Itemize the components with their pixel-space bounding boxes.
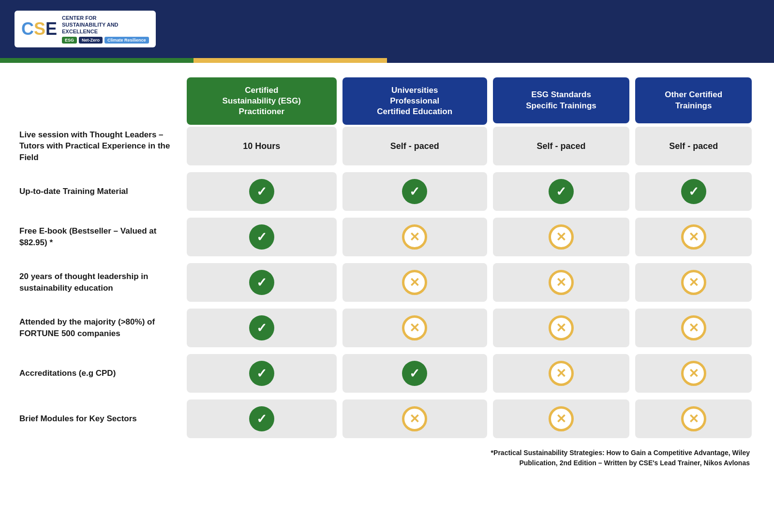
x-icon: ✕ (402, 224, 427, 250)
data-cell: ✓ (490, 170, 633, 213)
data-cell: ✓ (184, 261, 340, 304)
data-cell: ✓ (184, 170, 340, 213)
data-cell: ✓ (184, 216, 340, 258)
cell-inner: ✓ (342, 354, 487, 393)
x-icon: ✕ (549, 406, 574, 431)
badge-esg: ESG (62, 37, 77, 44)
cell-text: Self - paced (493, 127, 630, 165)
logo-letters: CSE (21, 20, 57, 38)
logo-badges: ESG Net-Zero Climate Resilience (62, 37, 149, 44)
table-row: Attended by the majority (>80%) of FORTU… (19, 307, 755, 349)
header-label-empty (19, 77, 184, 125)
data-cell: Self - paced (490, 125, 633, 167)
divider-blue (387, 58, 774, 63)
cell-inner: ✓ (635, 172, 752, 211)
main-content: CertifiedSustainability (ESG)Practitione… (0, 63, 774, 478)
table-body: Live session with Thought Leaders – Tuto… (19, 125, 755, 440)
table-row: Live session with Thought Leaders – Tuto… (19, 125, 755, 167)
col-header-text-other: Other CertifiedTrainings (665, 89, 722, 111)
x-icon: ✕ (681, 361, 706, 386)
x-icon: ✕ (681, 224, 706, 250)
data-cell: ✓ (184, 307, 340, 349)
x-icon: ✕ (402, 315, 427, 340)
footer-note: *Practical Sustainability Strategies: Ho… (19, 448, 755, 468)
data-cell: ✓ (340, 352, 490, 395)
header-esg-standards: ESG StandardsSpecific Trainings (490, 77, 633, 125)
check-icon: ✓ (249, 224, 274, 250)
data-cell: ✕ (632, 352, 755, 395)
data-cell: ✕ (490, 398, 633, 440)
data-cell: ✕ (490, 216, 633, 258)
x-icon: ✕ (402, 270, 427, 295)
data-cell: ✓ (184, 398, 340, 440)
cell-inner: ✕ (493, 399, 630, 438)
table-row: Up-to-date Training Material✓✓✓✓ (19, 170, 755, 213)
row-label: Attended by the majority (>80%) of FORTU… (19, 307, 184, 349)
col-header-box-universities: UniversitiesProfessionalCertified Educat… (342, 77, 487, 125)
badge-climate: Climate Resilience (104, 37, 149, 44)
divider-yellow (194, 58, 387, 63)
data-cell: ✕ (632, 216, 755, 258)
row-label: 20 years of thought leadership in sustai… (19, 261, 184, 304)
x-icon: ✕ (402, 406, 427, 431)
data-cell: ✕ (490, 307, 633, 349)
cell-inner: ✕ (635, 399, 752, 438)
table-row: Accreditations (e.g CPD)✓✓✕✕ (19, 352, 755, 395)
row-label: Up-to-date Training Material (19, 170, 184, 213)
table-row: 20 years of thought leadership in sustai… (19, 261, 755, 304)
check-icon: ✓ (249, 315, 274, 340)
cell-inner: ✕ (342, 263, 487, 302)
cell-inner: ✓ (187, 218, 337, 256)
header-other: Other CertifiedTrainings (632, 77, 755, 125)
cell-inner: ✓ (187, 399, 337, 438)
data-cell: ✕ (632, 261, 755, 304)
cell-inner: ✕ (493, 263, 630, 302)
data-cell: ✕ (340, 216, 490, 258)
check-icon: ✓ (249, 361, 274, 386)
row-label: Brief Modules for Key Sectors (19, 398, 184, 440)
data-cell: ✓ (340, 170, 490, 213)
data-cell: 10 Hours (184, 125, 340, 167)
x-icon: ✕ (549, 315, 574, 340)
cell-inner: ✕ (493, 354, 630, 393)
col-header-text-certified: CertifiedSustainability (ESG)Practitione… (223, 85, 301, 117)
cell-inner: ✕ (635, 218, 752, 256)
data-cell: ✕ (632, 398, 755, 440)
cell-inner: ✕ (635, 354, 752, 393)
cell-inner: ✕ (493, 218, 630, 256)
row-label: Accreditations (e.g CPD) (19, 352, 184, 395)
table-row: Free E-book (Bestseller – Valued at $82.… (19, 216, 755, 258)
data-cell: ✓ (632, 170, 755, 213)
cell-text: Self - paced (635, 127, 752, 165)
x-icon: ✕ (549, 224, 574, 250)
x-icon: ✕ (549, 270, 574, 295)
check-icon: ✓ (249, 406, 274, 431)
data-cell: ✕ (340, 398, 490, 440)
check-icon: ✓ (681, 179, 706, 204)
data-cell: Self - paced (340, 125, 490, 167)
check-icon: ✓ (249, 179, 274, 204)
cell-text: 10 Hours (187, 127, 337, 165)
comparison-table: CertifiedSustainability (ESG)Practitione… (19, 77, 755, 440)
cell-inner: ✕ (635, 309, 752, 347)
data-cell: ✕ (632, 307, 755, 349)
col-header-text-esg: ESG StandardsSpecific Trainings (526, 89, 596, 111)
cell-inner: ✕ (342, 309, 487, 347)
header: CSE CENTER forSUSTAINABILITY andEXCELLEN… (0, 0, 774, 58)
check-icon: ✓ (402, 361, 427, 386)
x-icon: ✕ (681, 406, 706, 431)
check-icon: ✓ (402, 179, 427, 204)
col-header-box-certified: CertifiedSustainability (ESG)Practitione… (187, 77, 337, 125)
cell-inner: ✓ (493, 172, 630, 211)
x-icon: ✕ (681, 315, 706, 340)
badge-netzero: Net-Zero (79, 37, 103, 44)
logo-subtitle: CENTER forSUSTAINABILITY andEXCELLENCE (62, 15, 149, 35)
header-universities: UniversitiesProfessionalCertified Educat… (340, 77, 490, 125)
cell-inner: ✕ (493, 309, 630, 347)
data-cell: ✕ (340, 261, 490, 304)
x-icon: ✕ (549, 361, 574, 386)
divider-bar (0, 58, 774, 63)
divider-green (0, 58, 194, 63)
cell-inner: ✕ (342, 399, 487, 438)
cell-inner: ✓ (187, 172, 337, 211)
